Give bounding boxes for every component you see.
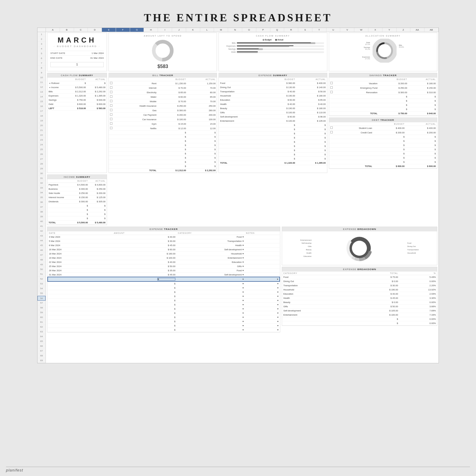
breakdown-pie — [344, 233, 374, 263]
col-w[interactable]: W — [354, 28, 368, 32]
checkbox[interactable] — [330, 126, 333, 129]
table-row: $$ — [329, 143, 437, 147]
debt-tracker-box: DEBT TRACKER BUDGET ACTUAL — [329, 118, 437, 169]
cf-bar-debt: Debt — [222, 51, 324, 53]
col-t[interactable]: T — [312, 28, 326, 32]
table-row: 16 Mar 2024$ 60.00Self-development ▾ — [48, 248, 280, 252]
checkbox[interactable] — [330, 91, 333, 93]
table-row: Education$ 40.002.93% — [282, 292, 437, 296]
middle-panels: CASH FLOW SUMMARY BUDGET ACTUAL — [47, 73, 437, 173]
col-a[interactable]: A — [46, 28, 60, 32]
donut-chart — [111, 39, 215, 63]
checkbox[interactable] — [330, 82, 333, 84]
col-l[interactable]: L — [200, 28, 214, 32]
amount-input[interactable] — [157, 278, 175, 281]
checkbox[interactable] — [330, 86, 333, 89]
col-m[interactable]: M — [214, 28, 228, 32]
checkbox[interactable] — [110, 82, 112, 84]
table-row: $▾▾ — [48, 324, 280, 328]
col-n[interactable]: N — [228, 28, 242, 32]
col-z[interactable]: Z — [397, 28, 411, 32]
start-date-row: START DATE 1 Mar 2024 — [50, 51, 104, 55]
table-row: $$ — [219, 144, 327, 148]
col-y[interactable]: Y — [382, 28, 397, 32]
active-input-row[interactable]: ▾▾ — [48, 277, 280, 281]
col-h[interactable]: H — [144, 28, 158, 32]
table-row: $$ — [329, 147, 437, 152]
checkbox[interactable] — [110, 109, 112, 111]
checkbox[interactable] — [110, 127, 112, 129]
table-row: $$ — [329, 135, 437, 139]
svg-point-7 — [378, 44, 391, 57]
table-row: Self-development$ 90.00$ 96.00 — [219, 115, 327, 119]
table-row: $$ — [47, 216, 107, 221]
table-row: 25 Mar 2024$ 50.00Gifts ▾ — [48, 264, 280, 269]
table-row: $$ — [329, 139, 437, 143]
col-e[interactable]: E — [102, 28, 116, 32]
expense-tracker-table: DATE AMOUNT CATEGORY NOTES 3 Mar 2024$ 4… — [47, 231, 280, 332]
checkbox[interactable] — [110, 100, 112, 102]
col-u[interactable]: U — [326, 28, 341, 32]
table-row: $$ — [109, 147, 217, 152]
col-r[interactable]: R — [284, 28, 298, 32]
checkbox[interactable] — [110, 113, 112, 116]
col-f[interactable]: F — [116, 28, 130, 32]
breakdown-chart-area: Entertainment Self-develop Gifts Beauty … — [282, 231, 437, 265]
table-row: $$ — [219, 136, 327, 140]
col-s[interactable]: S — [298, 28, 312, 32]
table-row: Beauty$ 0.000.00% — [282, 300, 437, 305]
table-row: $$ — [109, 152, 217, 156]
col-x[interactable]: X — [368, 28, 382, 32]
checkbox[interactable] — [110, 122, 112, 125]
table-row: $$ — [329, 99, 437, 103]
breakdown-column: EXPENSE BREAKDOWN Entertainment Self-dev… — [282, 227, 437, 332]
dollar-symbol: $ — [50, 62, 104, 67]
table-row: $▾▾ — [48, 281, 280, 286]
table-row: $0.00% — [282, 321, 437, 326]
col-p[interactable]: P — [256, 28, 270, 32]
col-ab[interactable]: AB — [424, 28, 439, 32]
checkbox[interactable] — [110, 95, 112, 98]
cashflow-chart-title: CASH FLOW SUMMARY — [221, 35, 325, 37]
col-g[interactable]: G — [130, 28, 144, 32]
col-j[interactable]: J — [172, 28, 186, 32]
table-row: 28 Mar 2024$ 35.00Food ▾ — [48, 269, 280, 273]
spreadsheet-wrapper: A B C D E F G H I J K L M N O P Q R S T … — [37, 28, 439, 363]
checkbox[interactable] — [110, 104, 112, 107]
checkbox[interactable] — [110, 91, 112, 93]
table-row: $$ — [219, 140, 327, 144]
col-c[interactable]: C — [74, 28, 88, 32]
empty-cell-2 — [219, 174, 327, 225]
date-input[interactable] — [49, 278, 67, 280]
ss-body: 1 2 3 4 5 6 7 8 9 10 11 12 13 14 15 16 1… — [37, 32, 439, 363]
checkbox[interactable] — [110, 86, 112, 89]
table-row: Self-development$ 105.007.69% — [282, 309, 437, 313]
col-b[interactable]: B — [60, 28, 74, 32]
table-row: $$ — [47, 212, 107, 216]
col-o[interactable]: O — [242, 28, 256, 32]
table-row: Bills $ 2,312.00 $ 2,292.00 — [47, 90, 107, 94]
checkbox[interactable] — [110, 118, 112, 120]
expense-breakdown-table-header: EXPENSE BREAKDOWN — [282, 267, 437, 272]
table-row: Netflix$ 12.0012.00 — [109, 126, 217, 131]
col-v[interactable]: V — [340, 28, 354, 32]
table-row: Interest Income$ 150.00$ 125.00 — [47, 195, 107, 200]
col-k[interactable]: K — [186, 28, 200, 32]
checkbox[interactable] — [330, 131, 333, 133]
table-row: Education$ 60.00$ 65.00 — [219, 98, 327, 102]
table-row: $▾▾ — [48, 328, 280, 332]
col-aa[interactable]: AA — [410, 28, 424, 32]
col-d[interactable]: D — [88, 28, 102, 32]
col-headers: A B C D E F G H I J K L M N O P Q R S T … — [37, 28, 439, 32]
table-row: Gifts$ 50.003.66% — [282, 305, 437, 309]
table-row: Health$ 45.003.30% — [282, 296, 437, 300]
expense-breakdown-chart-header: EXPENSE BREAKDOWN — [282, 227, 437, 231]
table-row: $$ — [109, 139, 217, 143]
table-row: $▾▾ — [48, 307, 280, 311]
col-q[interactable]: Q — [270, 28, 284, 32]
col-i[interactable]: I — [158, 28, 172, 32]
table-row: Household$ 190.0013.92% — [282, 288, 437, 292]
table-row: Credit Card$ 200.00$ 200.00 — [329, 130, 437, 135]
table-row: $$ — [47, 208, 107, 212]
expense-breakdown-chart-box: EXPENSE BREAKDOWN Entertainment Self-dev… — [282, 227, 437, 265]
